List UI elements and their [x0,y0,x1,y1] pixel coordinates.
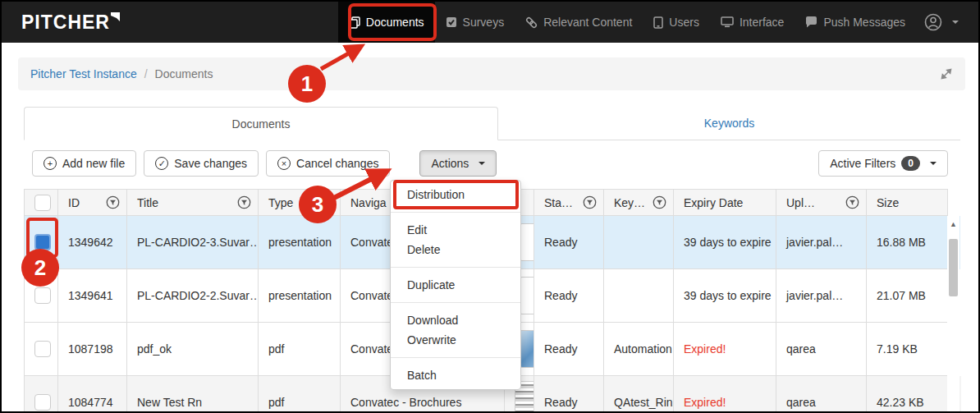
cell-uploader: qarea [776,376,867,413]
header-title[interactable]: Title [127,190,259,216]
cell-type: presentation [259,216,341,269]
cell-id: 1349642 [58,216,127,269]
cell-expiry: 39 days to expire [674,216,776,269]
user-menu[interactable] [916,2,967,43]
top-navbar: PITCHER Documents Surveys Relevant Conte… [2,2,978,43]
document-thumbnail[interactable] [520,330,534,368]
row-checkbox[interactable] [34,234,51,250]
nav-item-relevant-content[interactable]: Relevant Content [515,2,643,43]
cell-uploader: javier.pal… [776,216,867,269]
cell-expiry: 39 days to expire [674,269,776,323]
tab-documents[interactable]: Documents [24,107,498,140]
breadcrumb-current: Documents [155,67,213,80]
nav-item-interface[interactable]: Interface [710,2,795,43]
menu-item-duplicate[interactable]: Duplicate [391,275,520,295]
header-uploader[interactable]: Upl… [776,190,867,216]
filter-icon[interactable] [653,195,666,209]
filter-icon[interactable] [106,195,120,209]
cell-size: 21.07 MB [867,269,948,323]
chevron-down-icon [479,162,485,165]
cell-type: pdf [259,323,341,376]
pitcher-logo[interactable]: PITCHER [21,11,121,34]
cell-type: pdf [259,376,341,413]
add-new-file-button[interactable]: + Add new file [32,150,136,177]
menu-divider [391,212,520,213]
tab-bar: Documents Keywords [24,107,960,140]
comment-icon [805,16,817,28]
cell-title: pdf_ok [127,323,259,376]
nav-menu: Documents Surveys Relevant Content Users… [338,2,967,43]
menu-item-overwrite[interactable]: Overwrite [391,330,520,350]
header-size[interactable]: Size [867,190,948,216]
menu-item-download[interactable]: Download [391,310,520,330]
save-changes-button[interactable]: ✓ Save changes [144,150,259,177]
header-status[interactable]: Sta… [534,190,604,216]
nav-item-documents[interactable]: Documents [338,2,435,43]
row-checkbox[interactable] [34,341,51,357]
menu-item-distribution[interactable]: Distribution [391,185,520,204]
brand-text: PITCHER [21,11,110,34]
filter-icon[interactable] [583,195,597,209]
menu-item-batch[interactable]: Batch [391,365,520,385]
scrollbar-thumb[interactable] [949,239,958,296]
row-checkbox[interactable] [34,394,51,411]
pitcher-logo-mark [111,12,121,22]
button-label: Actions [431,157,469,170]
check-circle-icon: ✓ [155,157,168,170]
active-filters-button[interactable]: Active Filters 0 [818,150,948,177]
cell-size: 42.23 KB [867,376,948,413]
cell-title: PL-CARDIO2-2.Suvar… [127,269,259,323]
breadcrumb-separator: / [144,67,148,80]
header-select-all [25,190,58,216]
actions-button[interactable]: Actions [419,150,497,177]
nav-item-users[interactable]: Users [643,2,710,43]
cell-id: 1084774 [58,376,127,413]
cell-status: Ready [534,216,604,269]
copy-icon [349,16,360,29]
actions-dropdown-menu: Distribution Edit Delete Duplicate Downl… [390,180,521,390]
cell-uploader: javier.pal… [776,269,867,323]
cell-keywords: Automation [604,323,674,376]
row-checkbox[interactable] [34,287,51,304]
table-scrollbar[interactable]: ▲ [947,216,959,413]
button-label: Save changes [174,157,247,170]
user-avatar-icon [924,13,942,31]
button-label: Active Filters [830,157,895,170]
scroll-up-arrow-icon[interactable]: ▲ [947,216,959,228]
desktop-icon [721,16,734,28]
nav-item-surveys[interactable]: Surveys [435,2,515,43]
nav-item-push-messages[interactable]: Push Messages [795,2,916,43]
tab-keywords[interactable]: Keywords [498,107,960,140]
cell-expiry: Expired! [674,376,776,413]
document-thumbnail[interactable] [520,223,534,261]
nav-label: Relevant Content [543,16,632,29]
document-thumbnail[interactable] [520,277,534,314]
filter-count-badge: 0 [901,156,920,171]
filter-icon[interactable] [237,195,251,209]
filter-icon[interactable] [845,195,859,209]
cell-status: Ready [534,376,604,413]
nav-label: Documents [366,16,424,29]
nav-label: Interface [740,16,784,29]
cancel-changes-button[interactable]: × Cancel changes [266,150,390,177]
chevron-down-icon [952,21,959,24]
header-id[interactable]: ID [58,190,127,216]
scrollbar-header-spacer [948,190,961,216]
header-type[interactable]: Type [259,190,341,216]
header-expiry[interactable]: Expiry Date [674,190,776,216]
button-label: Add new file [62,157,125,170]
menu-divider [391,357,520,358]
plus-circle-icon: + [44,157,57,170]
cell-title: PL-CARDIO2-3.Suvar… [127,216,259,269]
cell-size: 16.88 MB [867,216,948,269]
cell-keywords: QAtest_Rin2 [604,376,674,413]
nav-label: Users [669,16,699,29]
menu-item-delete[interactable]: Delete [391,240,520,259]
breadcrumb-root-link[interactable]: Pitcher Test Instance [30,67,137,80]
cell-uploader: qarea [776,323,867,376]
expand-button[interactable] [940,67,953,80]
header-keywords[interactable]: Key… [604,190,674,216]
cell-type: presentation [259,269,341,323]
select-all-checkbox[interactable] [34,195,51,211]
menu-item-edit[interactable]: Edit [391,220,520,240]
